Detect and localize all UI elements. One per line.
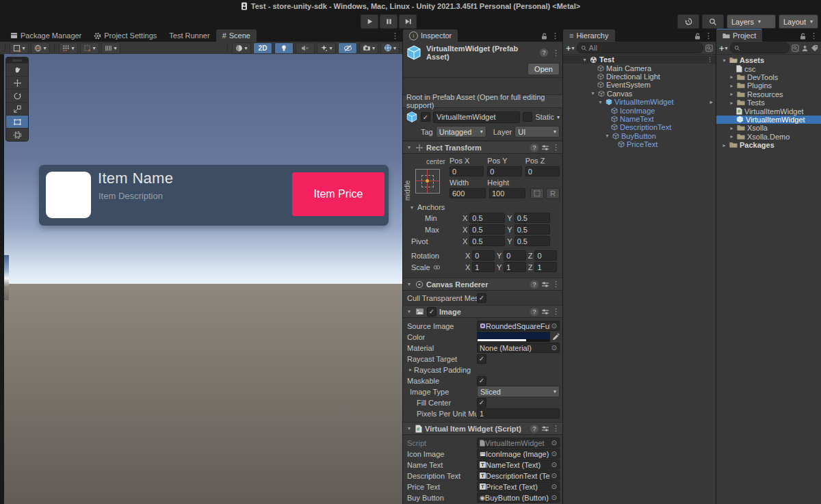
grid-visibility-button[interactable]: ▾ [101,42,120,54]
scene-audio-button[interactable] [296,42,315,54]
rotation-x-field[interactable]: 0 [472,250,495,261]
gizmos-button[interactable]: ▾ [380,42,400,54]
hierarchy-item-canvas[interactable]: ▾ Canvas [563,90,716,98]
chevron-down-icon[interactable]: ▾ [557,114,560,120]
open-search-window-icon[interactable] [792,44,799,52]
open-prefab-button[interactable]: Open [527,63,560,75]
name-text-field[interactable]: T NameText (Text) ⊙ [477,460,560,470]
kebab-menu-icon[interactable]: ⋮ [552,49,560,57]
hierarchy-item-eventsystem[interactable]: EventSystem [563,81,716,89]
tab-package-manager[interactable]: Package Manager [4,29,88,42]
hierarchy-item-nametext[interactable]: NameText [563,115,716,123]
script-component-header[interactable]: ▾ # Virtual Item Widget (Script) ? ⋮ [403,422,562,435]
tab-test-runner[interactable]: Test Runner [163,29,216,42]
kebab-menu-icon[interactable]: ⋮ [707,56,716,63]
label-filter-icon[interactable] [811,44,818,52]
open-search-window-icon[interactable] [705,44,713,52]
kebab-menu-icon[interactable]: ⋮ [391,32,399,40]
project-item-devtools[interactable]: ▸ DevTools [716,73,821,81]
pixels-per-unit-field[interactable]: 1 [477,408,560,419]
hierarchy-item-directional-light[interactable]: Directional Light [563,72,716,81]
eyedropper-icon[interactable] [552,333,560,341]
tab-project-settings[interactable]: Project Settings [88,29,163,42]
hierarchy-item-test[interactable]: ▾ Test ⋮ [563,55,716,64]
scale-x-field[interactable]: 1 [472,262,495,272]
presets-icon[interactable] [541,425,549,432]
project-item-resources[interactable]: ▸ Resources [716,90,821,98]
scale-tool-button[interactable] [6,102,28,115]
anchor-min-x-field[interactable]: 0.5 [469,213,505,223]
pause-button[interactable] [380,14,398,29]
pos-y-field[interactable]: 0 [487,166,521,176]
2d-toggle-button[interactable]: 2D [253,42,272,54]
static-checkbox[interactable] [523,112,532,122]
shading-mode-button[interactable]: ▾ [232,42,251,54]
scene-viewport[interactable]: Item Name Item Description Item Price [4,54,402,504]
tool-handle-position-button[interactable]: ▾ [10,42,29,54]
blueprint-mode-button[interactable] [530,188,544,199]
view-tool-button[interactable] [6,63,28,76]
help-icon[interactable]: ? [530,425,538,433]
effects-button[interactable]: ▾ [317,42,336,54]
create-button[interactable]: +▾ [566,43,575,53]
tab-scene[interactable]: # Scene [216,29,257,42]
kebab-menu-icon[interactable]: ⋮ [705,32,712,40]
rotation-z-field[interactable]: 0 [534,250,557,261]
project-item-assets[interactable]: ▾ Assets [716,56,821,64]
hierarchy-item-descriptiontext[interactable]: DescriptionText [563,123,716,131]
project-item-virtualitemwidget-prefab[interactable]: VirtualItemWidget [716,116,821,124]
foldout-icon[interactable]: ▾ [408,204,415,211]
description-text-field[interactable]: T DescriptionText (Text) ⊙ [477,470,560,481]
kebab-menu-icon[interactable]: ⋮ [810,32,818,40]
presets-icon[interactable] [541,308,549,315]
source-image-field[interactable]: RoundedSquareFull@1 ⊙ [477,321,560,331]
presets-icon[interactable] [541,281,549,288]
price-text-field[interactable]: T PriceText (Text) ⊙ [477,481,560,492]
snap-increment-button[interactable]: ▾ [80,42,99,54]
prefab-open-chevron-icon[interactable]: ▸ [709,98,716,105]
kebab-menu-icon[interactable]: ⋮ [551,32,559,40]
image-type-dropdown[interactable]: Sliced▾ [477,386,560,397]
avatar-filter-icon[interactable] [801,44,809,52]
height-field[interactable]: 100 [489,188,525,198]
anchor-preset-button[interactable] [415,169,440,194]
color-swatch[interactable] [477,332,550,342]
scene-lighting-button[interactable] [274,42,294,54]
project-item-packages[interactable]: ▸ Packages [716,141,821,149]
cull-transparent-mesh-checkbox[interactable]: ✓ [477,293,486,303]
play-button[interactable] [361,14,378,29]
lock-icon[interactable] [694,33,701,40]
scene-camera-button[interactable]: ▾ [359,42,378,54]
project-item-plugins[interactable]: ▸ Plugins [716,81,821,90]
help-icon[interactable]: ? [530,144,538,152]
anchor-max-x-field[interactable]: 0.5 [469,224,505,235]
lock-icon[interactable] [541,33,547,40]
hierarchy-item-buybutton[interactable]: ▾ BuyButton [563,132,716,140]
pivot-y-field[interactable]: 0.5 [514,236,550,246]
pos-x-field[interactable]: 0 [449,166,484,176]
help-icon[interactable]: ? [530,280,538,289]
maskable-checkbox[interactable]: ✓ [477,376,486,386]
foldout-icon[interactable]: ▸ [407,367,414,373]
pivot-x-field[interactable]: 0.5 [469,236,505,246]
image-enabled-checkbox[interactable]: ✓ [427,307,436,317]
kebab-menu-icon[interactable]: ⋮ [552,144,560,151]
project-item-csc[interactable]: csc [716,64,821,72]
raw-edit-button[interactable]: R [546,188,560,199]
item-icon-image[interactable] [46,172,91,218]
grid-snap-button[interactable]: ▾ [59,42,78,54]
pos-z-field[interactable]: 0 [525,166,560,176]
project-item-virtualitemwidget-script[interactable]: # VirtualItemWidget [716,107,821,115]
hierarchy-item-virtualitemwidget[interactable]: ▾ VirtualItemWidget ▸ [563,98,716,106]
project-item-xsolla[interactable]: ▸ Xsolla [716,124,821,132]
tab-project[interactable]: Project [716,29,762,42]
create-asset-button[interactable]: +▾ [719,43,728,53]
project-item-tests[interactable]: ▸ Tests [716,98,821,107]
buy-button-field[interactable]: ◉ BuyButton (Button) ⊙ [477,492,560,503]
tab-hierarchy[interactable]: ≡ Hierarchy [563,29,615,42]
virtual-item-widget-preview[interactable]: Item Name Item Description Item Price [39,165,389,226]
search-button[interactable] [702,14,724,29]
history-button[interactable] [677,14,699,29]
tool-handle-rotation-button[interactable]: ▾ [31,42,50,54]
link-icon[interactable] [433,265,441,270]
